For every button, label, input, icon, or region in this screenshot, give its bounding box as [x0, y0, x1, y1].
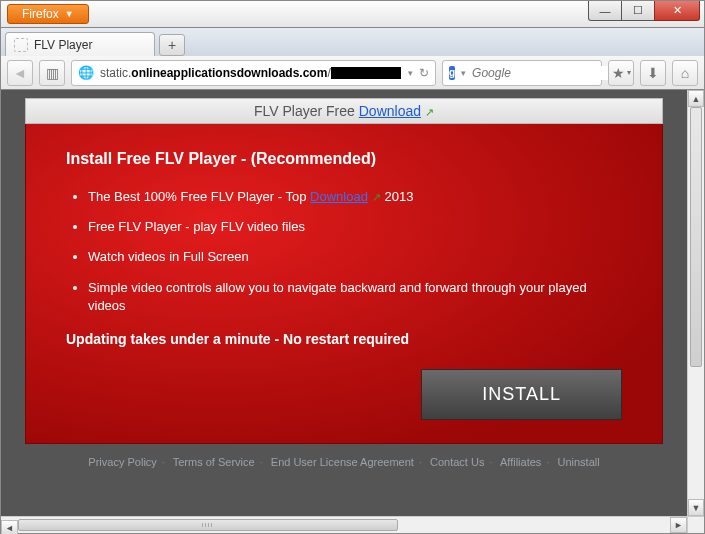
window-titlebar: Firefox ▼ — ☐ ✕ — [0, 0, 705, 28]
footer-link[interactable]: End User License Agreement — [271, 456, 414, 468]
firefox-menu-button[interactable]: Firefox ▼ — [7, 4, 89, 24]
list-item: The Best 100% Free FLV Player - Top Down… — [88, 188, 622, 206]
list-item: Free FLV Player - play FLV video files — [88, 218, 622, 236]
tab-favicon-icon — [14, 38, 28, 52]
footer-link[interactable]: Privacy Policy — [88, 456, 156, 468]
feature-list: The Best 100% Free FLV Player - Top Down… — [66, 188, 622, 315]
new-tab-button[interactable]: + — [159, 34, 185, 56]
globe-icon: 🌐 — [78, 65, 94, 80]
close-button[interactable]: ✕ — [654, 1, 700, 21]
top-banner-text: FLV Player Free — [254, 103, 359, 119]
scroll-down-button[interactable]: ▼ — [688, 499, 704, 516]
browser-viewport: FLV Player Free Download↗ Install Free F… — [0, 90, 705, 534]
download-arrow-icon: ⬇ — [647, 65, 659, 81]
reload-icon[interactable]: ↻ — [419, 66, 429, 80]
page-info-button[interactable]: ▥ — [39, 60, 65, 86]
chevron-down-icon[interactable]: ▾ — [408, 68, 413, 78]
scroll-thumb-vertical[interactable] — [690, 107, 702, 367]
redacted-path — [331, 67, 401, 79]
promo-subline: Updating takes under a minute - No resta… — [66, 331, 622, 347]
arrow-left-icon: ◄ — [13, 65, 27, 81]
chevron-down-icon[interactable]: ▾ — [461, 68, 466, 78]
search-input[interactable] — [472, 66, 623, 80]
main-promo-panel: Install Free FLV Player - (Recommended) … — [25, 124, 663, 444]
grip-icon — [202, 523, 214, 527]
star-icon: ★ — [612, 65, 625, 81]
footer-link[interactable]: Contact Us — [430, 456, 484, 468]
scrollbar-corner — [687, 516, 704, 533]
page-icon: ▥ — [46, 65, 59, 81]
firefox-menu-label: Firefox — [22, 7, 59, 21]
minimize-button[interactable]: — — [588, 1, 622, 21]
chevron-down-icon: ▾ — [627, 68, 631, 77]
plus-icon: + — [168, 37, 176, 53]
downloads-button[interactable]: ⬇ — [640, 60, 666, 86]
tab-active[interactable]: FLV Player — [5, 32, 155, 56]
tab-title: FLV Player — [34, 38, 92, 52]
tab-strip: FLV Player + — [0, 28, 705, 56]
footer-link[interactable]: Uninstall — [557, 456, 599, 468]
maximize-button[interactable]: ☐ — [621, 1, 655, 21]
promo-heading: Install Free FLV Player - (Recommended) — [66, 150, 622, 168]
search-bar[interactable]: g ▾ — [442, 60, 602, 86]
scroll-right-button[interactable]: ► — [670, 517, 687, 533]
window-controls: — ☐ ✕ — [589, 1, 700, 21]
back-button[interactable]: ◄ — [7, 60, 33, 86]
home-icon: ⌂ — [681, 65, 689, 81]
external-link-icon: ↗ — [425, 106, 434, 118]
footer-links: Privacy Policy· Terms of Service· End Us… — [25, 444, 663, 480]
list-item: Simple video controls allow you to navig… — [88, 279, 622, 315]
home-button[interactable]: ⌂ — [672, 60, 698, 86]
footer-link[interactable]: Terms of Service — [173, 456, 255, 468]
page-content: FLV Player Free Download↗ Install Free F… — [1, 90, 687, 516]
inline-download-link[interactable]: Download — [310, 189, 368, 204]
bookmarks-button[interactable]: ★▾ — [608, 60, 634, 86]
scroll-thumb-horizontal[interactable] — [18, 519, 398, 531]
top-banner: FLV Player Free Download↗ — [25, 98, 663, 124]
google-icon: g — [449, 66, 455, 80]
list-item: Watch videos in Full Screen — [88, 248, 622, 266]
scroll-up-button[interactable]: ▲ — [688, 90, 704, 107]
scroll-left-button[interactable]: ◄ — [1, 520, 18, 534]
horizontal-scrollbar[interactable]: ◄ ► — [1, 516, 687, 533]
navigation-toolbar: ◄ ▥ 🌐 static.onlineapplicationsdownloads… — [0, 56, 705, 90]
chevron-down-icon: ▼ — [65, 9, 74, 19]
install-button[interactable]: INSTALL — [421, 369, 622, 420]
footer-link[interactable]: Affiliates — [500, 456, 541, 468]
external-link-icon: ↗ — [372, 191, 381, 203]
vertical-scrollbar[interactable]: ▲ ▼ — [687, 90, 704, 516]
url-text: static.onlineapplicationsdownloads.com/ — [100, 66, 402, 80]
address-bar[interactable]: 🌐 static.onlineapplicationsdownloads.com… — [71, 60, 436, 86]
top-download-link[interactable]: Download — [359, 103, 421, 119]
